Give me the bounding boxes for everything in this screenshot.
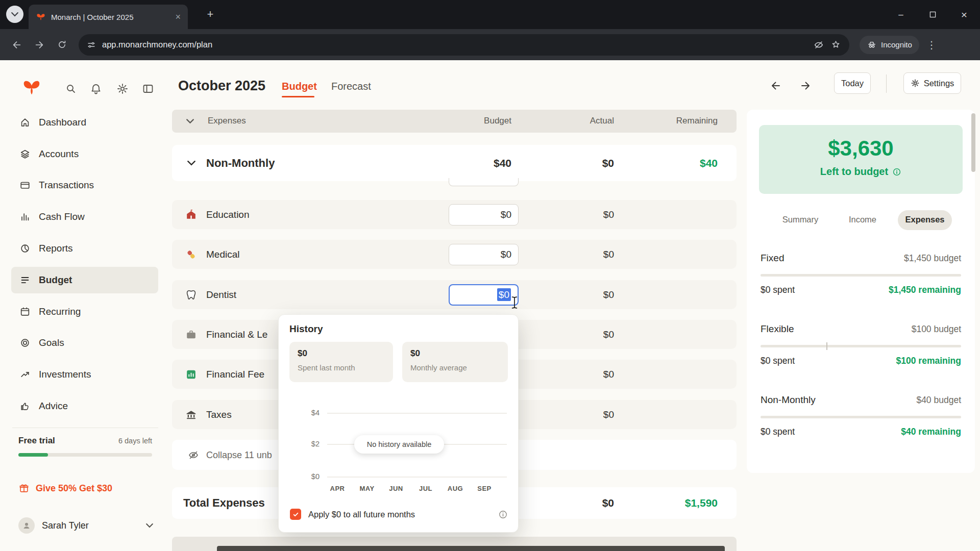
bookmark-star-icon[interactable]	[830, 39, 841, 50]
briefcase-icon	[185, 328, 198, 341]
header-divider	[886, 74, 887, 93]
home-icon	[19, 117, 31, 128]
budget-input-education[interactable]: $0	[449, 204, 519, 226]
user-menu[interactable]: Sarah Tyler	[18, 514, 153, 537]
progress-marker	[826, 342, 827, 350]
incognito-icon	[867, 40, 877, 50]
actual-value: $0	[603, 369, 614, 380]
avatar	[18, 517, 35, 534]
tab-forecast[interactable]: Forecast	[331, 81, 371, 92]
category-name: Financial Fee	[206, 369, 264, 380]
sidebar-item-goals[interactable]: Goals	[11, 330, 158, 356]
info-icon[interactable]	[498, 510, 508, 519]
browser-tab[interactable]: Monarch | October 2025 ×	[29, 5, 188, 29]
next-month-button[interactable]	[799, 80, 812, 92]
browser-menu-icon[interactable]: ⋮	[924, 39, 939, 51]
section-remaining: $1,450 remaining	[889, 285, 961, 295]
chevron-down-icon[interactable]	[187, 160, 195, 166]
section-spent: $0 spent	[761, 285, 795, 295]
calendar-icon	[19, 306, 31, 317]
prev-month-button[interactable]	[770, 80, 782, 92]
sidebar-item-recurring[interactable]: Recurring	[11, 298, 158, 325]
collapse-label: Collapse 11 unb	[206, 449, 272, 460]
chevron-down-icon[interactable]	[186, 118, 194, 124]
section-name: Fixed	[761, 253, 784, 264]
selected-text: $0	[497, 288, 511, 301]
summary-panel: $3,630 Left to budget Summary Income Exp…	[747, 110, 975, 473]
page-title: October 2025	[178, 78, 265, 94]
panel-tab-expenses[interactable]: Expenses	[898, 215, 952, 224]
section-non-monthly-amounts: $0 spent $40 remaining	[761, 427, 961, 437]
today-button[interactable]: Today	[834, 72, 871, 94]
sidebar-item-budget[interactable]: Budget	[11, 267, 158, 293]
close-button[interactable]: ×	[948, 0, 980, 29]
incognito-badge: Incognito	[860, 36, 919, 54]
y-tick: $0	[289, 472, 320, 481]
gear-icon[interactable]	[116, 83, 130, 96]
y-tick: $4	[289, 409, 320, 417]
site-info-icon[interactable]	[87, 40, 96, 49]
screen: Monarch | October 2025 × + – × app.monar…	[0, 0, 980, 551]
section-fixed-progress	[761, 274, 961, 277]
search-icon[interactable]	[65, 83, 78, 96]
monarch-favicon	[36, 12, 46, 22]
pie-chart-icon	[19, 243, 31, 254]
sidebar-item-accounts[interactable]: Accounts	[11, 141, 158, 167]
info-icon[interactable]	[892, 167, 901, 177]
section-fixed-amounts: $0 spent $1,450 remaining	[761, 285, 961, 295]
category-row-education[interactable]: Education $0 $0	[172, 200, 737, 229]
category-row-dentist[interactable]: Dentist $0 $0	[172, 280, 737, 309]
column-budget: Budget	[484, 116, 511, 126]
budget-history-popover: History $0 Spent last month $0 Monthly a…	[278, 314, 519, 533]
ibeam-cursor	[510, 296, 519, 309]
section-flexible-progress	[761, 345, 961, 347]
category-name: Financial & Le	[206, 329, 267, 340]
url-bar[interactable]: app.monarchmoney.com/plan	[79, 34, 849, 56]
section-budget: $40 budget	[916, 395, 961, 406]
eye-off-icon[interactable]	[813, 39, 824, 51]
sidebar-toggle-icon[interactable]	[142, 83, 155, 96]
budget-input-dentist-focused[interactable]: $0	[449, 284, 519, 306]
tab-budget[interactable]: Budget	[282, 81, 317, 92]
sidebar-item-transactions[interactable]: Transactions	[11, 172, 158, 198]
notifications-bell-icon[interactable]	[90, 83, 103, 96]
panel-tab-summary[interactable]: Summary	[772, 215, 828, 224]
actual-value: $0	[603, 409, 614, 420]
chevron-down-icon	[146, 523, 153, 528]
back-button[interactable]	[8, 36, 26, 54]
maximize-button[interactable]	[917, 0, 948, 29]
x-tick: JUN	[384, 485, 408, 492]
budget-icon	[19, 274, 31, 286]
scrollbar-thumb[interactable]	[971, 113, 975, 172]
apply-future-months-option[interactable]: Apply $0 to all future months	[290, 509, 415, 520]
new-tab-button[interactable]: +	[203, 7, 217, 21]
reload-button[interactable]	[53, 36, 70, 54]
tab-close-icon[interactable]: ×	[175, 12, 181, 21]
section-non-monthly-progress	[761, 416, 961, 418]
sidebar-item-cash-flow[interactable]: Cash Flow	[11, 204, 158, 230]
tooth-icon	[185, 288, 198, 301]
budget-input-medical[interactable]: $0	[449, 244, 519, 265]
user-name: Sarah Tyler	[42, 520, 139, 531]
category-row-medical[interactable]: Medical $0 $0	[172, 240, 737, 269]
tab-search-button[interactable]	[6, 6, 23, 23]
sidebar-item-investments[interactable]: Investments	[11, 361, 158, 388]
group-row-non-monthly[interactable]: Non-Monthly $40 $0 $40	[172, 145, 737, 181]
sidebar-item-dashboard[interactable]: Dashboard	[11, 109, 158, 136]
stat-value: $0	[298, 348, 307, 359]
popover-title: History	[289, 323, 323, 335]
minimize-button[interactable]: –	[885, 0, 917, 29]
free-trial-progress-fill	[18, 453, 48, 457]
referral-promo[interactable]: Give 50% Get $30	[18, 483, 112, 494]
settings-button[interactable]: Settings	[903, 72, 961, 94]
pill-icon	[185, 248, 198, 261]
monarch-logo[interactable]	[21, 77, 42, 97]
sidebar-item-advice[interactable]: Advice	[11, 393, 158, 419]
no-history-pill: No history available	[354, 435, 444, 454]
panel-tab-income[interactable]: Income	[835, 215, 891, 224]
checkbox-checked[interactable]	[290, 509, 301, 520]
promo-label: Give 50% Get $30	[36, 483, 112, 494]
forward-button[interactable]	[31, 36, 48, 54]
thumbs-up-icon	[19, 400, 31, 412]
sidebar-item-reports[interactable]: Reports	[11, 235, 158, 262]
